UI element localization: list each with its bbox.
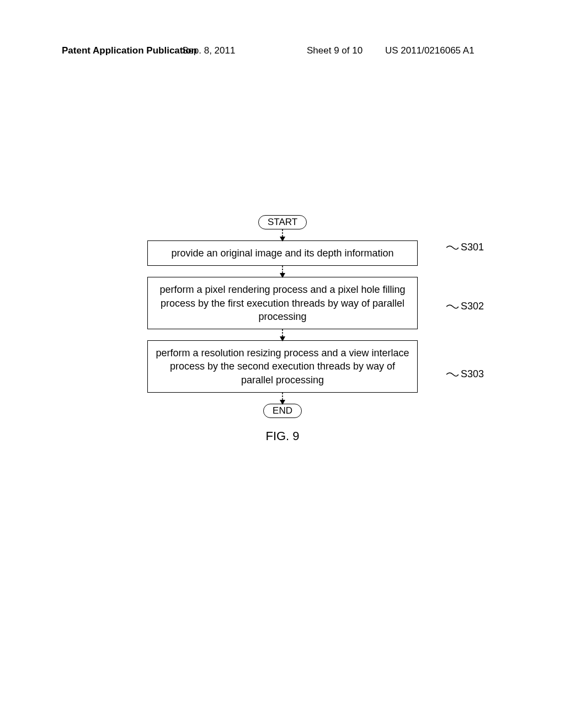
header-publication: Patent Application Publication — [62, 45, 197, 56]
connector-icon — [446, 302, 459, 311]
arrow-icon — [282, 329, 283, 340]
figure-label: FIG. 9 — [265, 429, 299, 443]
flowchart: START provide an original image and its … — [128, 215, 437, 418]
step-label-s301: S301 — [446, 242, 484, 253]
step-text: perform a pixel rendering process and a … — [159, 284, 405, 322]
step-box-s302: perform a pixel rendering process and a … — [147, 277, 418, 329]
step-label-text: S303 — [461, 368, 484, 380]
arrow-icon — [282, 393, 283, 404]
step-label-s302: S302 — [446, 301, 484, 312]
start-node: START — [258, 215, 307, 229]
connector-icon — [446, 370, 459, 379]
header-pubnum: US 2011/0216065 A1 — [385, 45, 475, 56]
end-node: END — [263, 404, 302, 418]
step-box-s301: provide an original image and its depth … — [147, 240, 418, 266]
step-label-text: S301 — [461, 242, 484, 253]
page-header: Patent Application Publication Sep. 8, 2… — [0, 45, 565, 56]
arrow-icon — [282, 229, 283, 240]
header-sheet: Sheet 9 of 10 — [307, 45, 363, 56]
svg-marker-7 — [280, 400, 285, 405]
arrow-icon — [282, 266, 283, 277]
step-label-text: S302 — [461, 301, 484, 312]
step-box-s303: perform a resolution resizing process an… — [147, 340, 418, 393]
step-text: provide an original image and its depth … — [171, 248, 393, 259]
header-date: Sep. 8, 2011 — [182, 45, 235, 56]
connector-icon — [446, 243, 459, 252]
step-label-s303: S303 — [446, 368, 484, 380]
step-text: perform a resolution resizing process an… — [156, 347, 409, 386]
